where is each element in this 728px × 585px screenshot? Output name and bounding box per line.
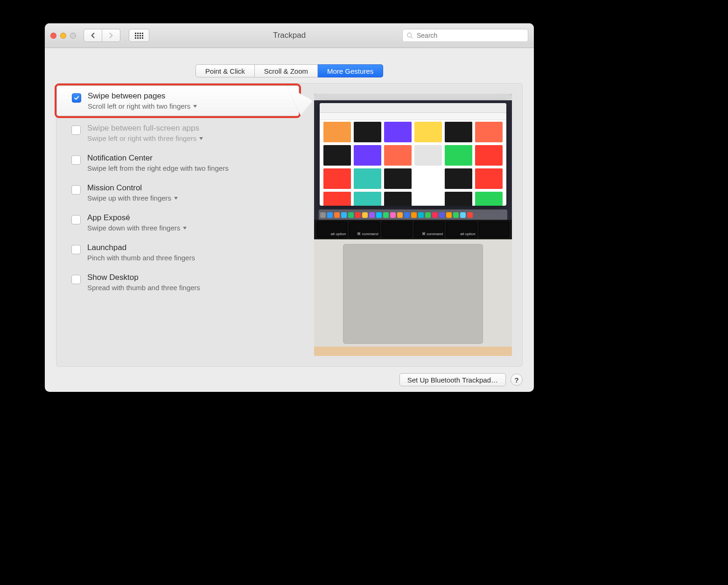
chevron-right-icon — [108, 33, 114, 38]
svg-line-1 — [411, 37, 413, 39]
chevron-left-icon — [90, 33, 96, 38]
gesture-option-selector[interactable]: Swipe up with three fingers — [87, 194, 178, 202]
settings-panel: Swipe between pages Scroll left or right… — [56, 83, 523, 367]
gesture-title: Swipe between pages — [88, 91, 197, 101]
gesture-option-selector[interactable]: Swipe left or right with three fingers — [87, 134, 203, 142]
gesture-text: Mission Control Swipe up with three fing… — [87, 183, 178, 202]
body: Point & Click Scroll & Zoom More Gesture… — [45, 48, 534, 392]
gesture-option-selector[interactable]: Scroll left or right with two fingers — [88, 102, 197, 110]
setup-bluetooth-trackpad-button[interactable]: Set Up Bluetooth Trackpad… — [399, 373, 506, 386]
gesture-description: Spread with thumb and three fingers — [87, 284, 200, 292]
tab-scroll-zoom[interactable]: Scroll & Zoom — [255, 64, 318, 77]
preview-trackpad-area — [314, 239, 512, 356]
search-input[interactable] — [416, 31, 524, 40]
checkbox-swipe-pages[interactable] — [72, 93, 81, 103]
gesture-app-expose[interactable]: App Exposé Swipe down with three fingers — [56, 208, 299, 237]
gesture-title: Show Desktop — [87, 273, 200, 282]
checkmark-icon — [74, 95, 79, 101]
help-button[interactable]: ? — [511, 374, 523, 386]
gesture-text: Show Desktop Spread with thumb and three… — [87, 273, 200, 292]
gesture-swipe-pages[interactable]: Swipe between pages Scroll left or right… — [56, 85, 299, 116]
checkbox-app-expose[interactable] — [71, 215, 81, 224]
gesture-description: Swipe left from the right edge with two … — [87, 164, 229, 172]
gesture-title: Swipe between full-screen apps — [87, 124, 203, 133]
gesture-text: Swipe between full-screen apps Swipe lef… — [87, 124, 203, 142]
show-all-button[interactable] — [129, 29, 149, 42]
gesture-text: Notification Center Swipe left from the … — [87, 153, 229, 172]
gesture-description: Pinch with thumb and three fingers — [87, 254, 195, 262]
checkbox-notification-center[interactable] — [71, 155, 81, 165]
titlebar: Trackpad — [45, 23, 534, 48]
tabs: Point & Click Scroll & Zoom More Gesture… — [45, 64, 534, 77]
gesture-launchpad[interactable]: Launchpad Pinch with thumb and three fin… — [56, 237, 299, 267]
checkbox-show-desktop[interactable] — [71, 275, 81, 284]
tab-more-gestures[interactable]: More Gestures — [318, 64, 383, 77]
preview-screen — [314, 94, 512, 220]
gesture-preview: alt option⌘ command⌘ commandalt option — [314, 94, 512, 356]
footer: Set Up Bluetooth Trackpad… ? — [399, 373, 523, 386]
back-button[interactable] — [84, 29, 102, 42]
checkbox-mission-control[interactable] — [71, 185, 81, 195]
zoom-window-button — [70, 33, 76, 39]
gesture-notification-center[interactable]: Notification Center Swipe left from the … — [56, 148, 299, 178]
gesture-text: Launchpad Pinch with thumb and three fin… — [87, 243, 195, 262]
forward-button — [102, 29, 120, 42]
close-window-button[interactable] — [50, 33, 56, 39]
search-icon — [406, 32, 413, 39]
gesture-text: App Exposé Swipe down with three fingers — [87, 213, 187, 232]
nav-buttons — [84, 29, 120, 42]
search-field[interactable] — [402, 29, 528, 42]
preferences-window: Trackpad Point & Click Scroll & Zoom Mor… — [45, 23, 534, 392]
checkbox-swipe-fullscreen[interactable] — [71, 125, 81, 135]
grid-icon — [135, 33, 143, 39]
gesture-list: Swipe between pages Scroll left or right… — [56, 84, 299, 297]
gesture-title: App Exposé — [87, 213, 187, 223]
gesture-option-selector[interactable]: Swipe down with three fingers — [87, 224, 187, 232]
gesture-show-desktop[interactable]: Show Desktop Spread with thumb and three… — [56, 267, 299, 297]
traffic-lights — [50, 33, 76, 39]
gesture-title: Launchpad — [87, 243, 195, 252]
gesture-title: Notification Center — [87, 153, 229, 163]
gesture-mission-control[interactable]: Mission Control Swipe up with three fing… — [56, 178, 299, 208]
gesture-swipe-fullscreen[interactable]: Swipe between full-screen apps Swipe lef… — [56, 118, 299, 148]
minimize-window-button[interactable] — [60, 33, 66, 39]
gesture-title: Mission Control — [87, 183, 178, 193]
tab-point-click[interactable]: Point & Click — [196, 64, 255, 77]
preview-trackpad — [343, 244, 483, 344]
checkbox-launchpad[interactable] — [71, 245, 81, 254]
gesture-text: Swipe between pages Scroll left or right… — [88, 91, 197, 110]
preview-keyboard-row: alt option⌘ command⌘ commandalt option — [314, 220, 512, 239]
